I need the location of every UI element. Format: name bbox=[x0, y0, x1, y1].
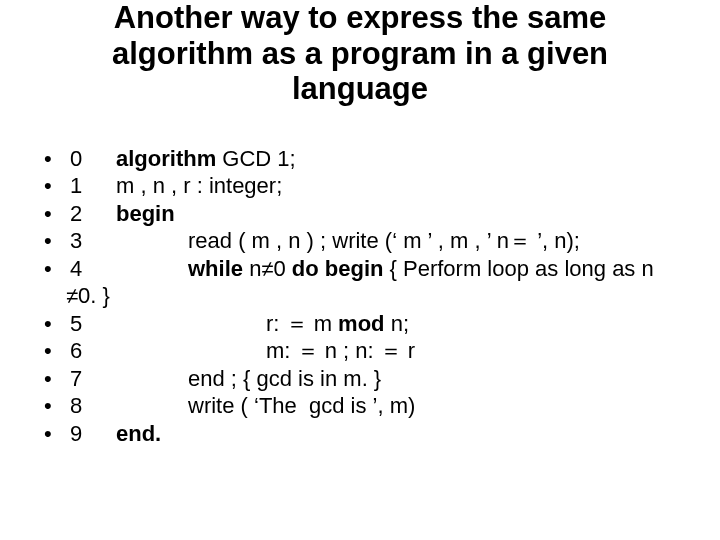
code-text: ≠0. } bbox=[66, 283, 110, 308]
line-number: 1 bbox=[70, 172, 116, 200]
code-line-8: • 8 write ( ‘The gcd is ’, m) bbox=[40, 392, 680, 420]
code-line-0: • 0 algorithm GCD 1; bbox=[40, 145, 680, 173]
slide-title: Another way to express the same algorith… bbox=[40, 0, 680, 107]
line-number: 7 bbox=[70, 365, 116, 393]
code-line-2: • 2 begin bbox=[40, 200, 680, 228]
code-line-4-cont: ≠0. } bbox=[66, 282, 680, 310]
keyword-do-begin: do begin bbox=[292, 256, 384, 281]
code-text: write ( ‘The gcd is ’, m) bbox=[116, 392, 680, 420]
bullet-icon: • bbox=[40, 337, 70, 365]
bullet-icon: • bbox=[40, 227, 70, 255]
code-line-9: • 9 end. bbox=[40, 420, 680, 448]
code-text: read ( m , n ) ; write (‘ m ’ , m , ’ n＝… bbox=[116, 227, 680, 255]
code-text: m: ＝ n ; n: ＝ r bbox=[116, 337, 680, 365]
bullet-icon: • bbox=[40, 255, 70, 283]
code-line-1: • 1 m , n , r : integer; bbox=[40, 172, 680, 200]
bullet-icon: • bbox=[40, 172, 70, 200]
line-number: 6 bbox=[70, 337, 116, 365]
bullet-icon: • bbox=[40, 310, 70, 338]
line-number: 8 bbox=[70, 392, 116, 420]
keyword-begin: begin bbox=[116, 201, 175, 226]
code-text: end ; { gcd is in m. } bbox=[116, 365, 680, 393]
line-number: 9 bbox=[70, 420, 116, 448]
bullet-icon: • bbox=[40, 145, 70, 173]
code-text: end. bbox=[116, 420, 680, 448]
line-number: 4 bbox=[70, 255, 116, 283]
line-number: 3 bbox=[70, 227, 116, 255]
code-line-5: • 5 r: ＝ m mod n; bbox=[40, 310, 680, 338]
keyword-while: while bbox=[188, 256, 243, 281]
keyword-mod: mod bbox=[338, 311, 384, 336]
bullet-icon: • bbox=[40, 200, 70, 228]
keyword-end: end. bbox=[116, 421, 161, 446]
line-number: 5 bbox=[70, 310, 116, 338]
code-listing: • 0 algorithm GCD 1; • 1 m , n , r : int… bbox=[40, 145, 680, 448]
code-fragment: n; bbox=[385, 311, 409, 336]
keyword-algorithm: algorithm bbox=[116, 146, 216, 171]
code-text: r: ＝ m mod n; bbox=[116, 310, 680, 338]
code-fragment: { Perform loop as long as n bbox=[383, 256, 653, 281]
code-fragment: GCD 1; bbox=[216, 146, 295, 171]
line-number: 2 bbox=[70, 200, 116, 228]
code-text: begin bbox=[116, 200, 680, 228]
code-text: m , n , r : integer; bbox=[116, 172, 680, 200]
code-text: while n≠0 do begin { Perform loop as lon… bbox=[116, 255, 680, 283]
code-line-3: • 3 read ( m , n ) ; write (‘ m ’ , m , … bbox=[40, 227, 680, 255]
bullet-icon: • bbox=[40, 420, 70, 448]
bullet-icon: • bbox=[40, 365, 70, 393]
code-line-6: • 6 m: ＝ n ; n: ＝ r bbox=[40, 337, 680, 365]
line-number: 0 bbox=[70, 145, 116, 173]
code-fragment: n≠0 bbox=[243, 256, 292, 281]
bullet-icon: • bbox=[40, 392, 70, 420]
code-line-7: • 7 end ; { gcd is in m. } bbox=[40, 365, 680, 393]
code-fragment: r: ＝ m bbox=[266, 311, 338, 336]
code-line-4: • 4 while n≠0 do begin { Perform loop as… bbox=[40, 255, 680, 283]
code-text: algorithm GCD 1; bbox=[116, 145, 680, 173]
slide: Another way to express the same algorith… bbox=[0, 0, 720, 540]
